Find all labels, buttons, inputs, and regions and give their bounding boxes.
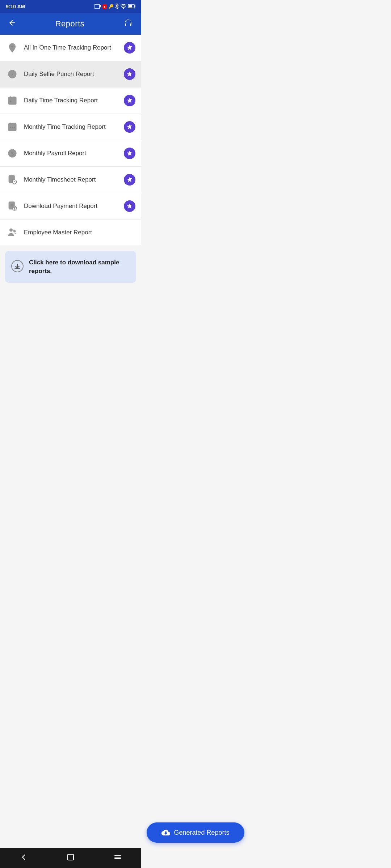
svg-point-40 (10, 229, 12, 231)
header: Reports (0, 13, 141, 35)
person-group-icon (6, 226, 19, 239)
svg-rect-14 (9, 97, 16, 105)
download-sample-banner[interactable]: Click here to download sample reports. (5, 251, 136, 283)
svg-rect-23 (10, 127, 11, 128)
report-label-daily-time: Daily Time Tracking Report (24, 97, 124, 104)
report-item-monthly-timesheet[interactable]: Monthly Timesheet Report (0, 167, 141, 193)
status-icons: ● 🔑 (94, 3, 135, 10)
svg-text:$: $ (11, 150, 14, 157)
report-item-download-payment[interactable]: ₹ Download Payment Report (0, 193, 141, 220)
bluetooth-icon (115, 3, 119, 10)
report-label-monthly-timesheet: Monthly Timesheet Report (24, 176, 124, 183)
report-list: All In One Time Tracking Report Daily Se… (0, 35, 141, 246)
star-button-monthly-payroll[interactable] (124, 148, 135, 159)
content-spacer (0, 288, 141, 331)
svg-rect-24 (12, 127, 13, 128)
calendar-icon (6, 94, 19, 107)
svg-rect-5 (129, 5, 132, 7)
star-button-download-payment[interactable] (124, 200, 135, 212)
report-label-monthly-time: Monthly Time Tracking Report (24, 123, 124, 131)
svg-point-41 (13, 230, 16, 232)
status-time: 9:10 AM (6, 4, 25, 9)
headset-button[interactable] (122, 17, 135, 31)
report-item-daily-selfie[interactable]: Daily Selfie Punch Report (0, 61, 141, 88)
page-title: Reports (55, 19, 85, 29)
key-icon: 🔑 (108, 4, 114, 9)
report-item-monthly-time[interactable]: Monthly Time Tracking Report (0, 114, 141, 140)
report-item-daily-time[interactable]: Daily Time Tracking Report (0, 88, 141, 114)
rupee-icon: ₹ (6, 200, 19, 213)
record-icon: ● (102, 4, 107, 9)
back-button[interactable] (7, 17, 18, 31)
report-label-daily-selfie: Daily Selfie Punch Report (24, 71, 124, 78)
battery-icon (128, 4, 135, 9)
star-button-all-in-one[interactable] (124, 42, 135, 54)
report-item-employee-master[interactable]: Employee Master Report (0, 220, 141, 246)
star-button-daily-time[interactable] (124, 95, 135, 106)
camera-icon (94, 4, 101, 10)
report-label-download-payment: Download Payment Report (24, 203, 124, 210)
report-item-all-in-one[interactable]: All In One Time Tracking Report (0, 35, 141, 61)
location-icon (6, 41, 19, 54)
report-label-all-in-one: All In One Time Tracking Report (24, 44, 124, 51)
report-label-employee-master: Employee Master Report (24, 229, 135, 236)
svg-point-9 (12, 73, 13, 75)
svg-rect-0 (94, 4, 100, 9)
star-button-monthly-timesheet[interactable] (124, 174, 135, 186)
report-item-monthly-payroll[interactable]: $ Monthly Payroll Report (0, 140, 141, 167)
svg-point-2 (123, 8, 124, 9)
status-bar: 9:10 AM ● 🔑 (0, 0, 141, 13)
dollar-icon: $ (6, 147, 19, 160)
svg-point-6 (11, 46, 13, 48)
camera-lens-icon (6, 68, 19, 81)
calendar-grid-icon (6, 120, 19, 133)
svg-rect-25 (14, 127, 15, 128)
download-banner-text: Click here to download sample reports. (29, 258, 130, 276)
report-label-monthly-payroll: Monthly Payroll Report (24, 150, 124, 157)
svg-rect-4 (135, 5, 136, 7)
star-button-daily-selfie[interactable] (124, 68, 135, 80)
cloud-download-icon (11, 260, 24, 274)
wifi-icon (120, 4, 127, 10)
svg-rect-18 (10, 101, 12, 102)
timesheet-icon (6, 173, 19, 186)
star-button-monthly-time[interactable] (124, 121, 135, 133)
